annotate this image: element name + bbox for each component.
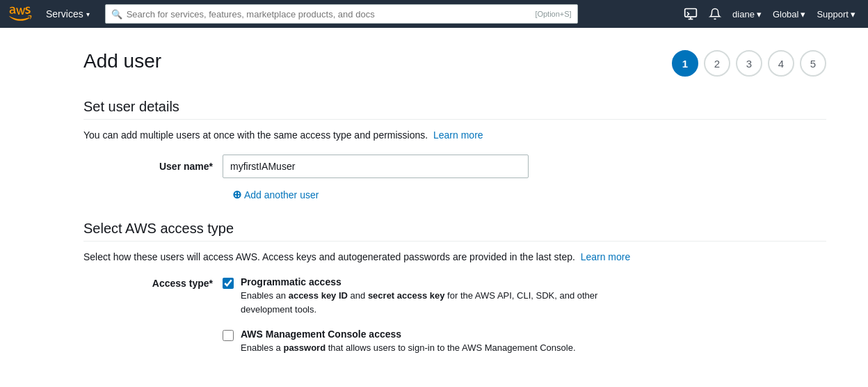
search-bar[interactable]: 🔍 [Option+S] (105, 4, 578, 24)
section-divider-1 (83, 119, 826, 120)
username-label: User name* (111, 161, 223, 172)
set-user-details-desc: You can add multiple users at once with … (83, 129, 826, 141)
main-content: Add user 1 2 3 4 5 Set user details You … (0, 28, 868, 387)
svg-rect-0 (685, 9, 697, 17)
search-icon: 🔍 (111, 9, 122, 19)
console-access-desc: Enables a password that allows users to … (241, 341, 576, 355)
console-access-title: AWS Management Console access (241, 329, 576, 340)
page-header: Add user 1 2 3 4 5 (83, 50, 826, 77)
username-input[interactable] (223, 155, 529, 178)
console-access-content: AWS Management Console access Enables a … (241, 329, 576, 355)
services-menu[interactable]: Services ▾ (42, 8, 94, 19)
terminal-icon-btn[interactable] (680, 7, 702, 21)
step-4[interactable]: 4 (768, 50, 794, 77)
global-label: Global (773, 9, 799, 19)
console-checkbox-wrap[interactable] (223, 330, 234, 344)
user-menu[interactable]: diane ▾ (728, 9, 766, 19)
user-label: diane (732, 9, 755, 19)
programmatic-access-checkbox[interactable] (223, 278, 234, 289)
access-options: Programmatic access Enables an access ke… (223, 276, 602, 355)
step-5[interactable]: 5 (800, 50, 826, 77)
plus-circle-icon: ⊕ (232, 188, 241, 201)
access-type-section: Select AWS access type Select how these … (83, 221, 826, 355)
access-type-label: Access type* (111, 276, 223, 289)
notifications-icon-btn[interactable] (705, 8, 725, 20)
steps-indicator: 1 2 3 4 5 (672, 50, 826, 77)
support-menu[interactable]: Support ▾ (812, 9, 860, 19)
set-user-details-desc-text: You can add multiple users at once with … (83, 129, 428, 141)
access-type-learn-more[interactable]: Learn more (581, 251, 631, 262)
add-another-user-link[interactable]: ⊕ Add another user (232, 188, 319, 201)
programmatic-access-option: Programmatic access Enables an access ke… (223, 276, 602, 316)
support-chevron-icon: ▾ (851, 9, 855, 19)
programmatic-access-title: Programmatic access (241, 276, 602, 287)
global-menu[interactable]: Global ▾ (769, 9, 810, 19)
aws-logo-icon (8, 6, 33, 22)
user-chevron-icon: ▾ (757, 9, 762, 19)
step-2[interactable]: 2 (704, 50, 730, 77)
programmatic-access-desc: Enables an access key ID and secret acce… (241, 289, 602, 316)
set-user-details-learn-more[interactable]: Learn more (433, 129, 483, 141)
section-divider-2 (83, 241, 826, 242)
global-chevron-icon: ▾ (801, 9, 805, 19)
set-user-details-section: Set user details You can add multiple us… (83, 99, 826, 201)
step-1[interactable]: 1 (672, 50, 698, 77)
add-user-row: ⊕ Add another user (83, 188, 826, 201)
nav-right: diane ▾ Global ▾ Support ▾ (680, 7, 860, 21)
username-row: User name* (83, 155, 826, 178)
page-title: Add user (83, 50, 161, 72)
support-label: Support (817, 9, 849, 19)
add-another-user-label: Add another user (244, 189, 319, 200)
navbar: Services ▾ 🔍 [Option+S] diane ▾ G (0, 0, 868, 28)
console-access-checkbox[interactable] (223, 330, 234, 341)
access-type-row: Access type* Programmatic access Enables… (83, 276, 826, 355)
access-type-title: Select AWS access type (83, 221, 826, 237)
access-type-desc: Select how these users will access AWS. … (83, 251, 826, 262)
programmatic-access-content: Programmatic access Enables an access ke… (241, 276, 602, 316)
access-type-desc-text: Select how these users will access AWS. … (83, 251, 575, 262)
services-chevron-icon: ▾ (86, 10, 90, 18)
search-input[interactable] (127, 9, 533, 19)
set-user-details-title: Set user details (83, 99, 826, 115)
search-shortcut: [Option+S] (535, 10, 571, 18)
programmatic-checkbox-wrap[interactable] (223, 278, 234, 292)
services-label: Services (46, 8, 83, 19)
step-3[interactable]: 3 (736, 50, 762, 77)
console-access-option: AWS Management Console access Enables a … (223, 329, 602, 355)
